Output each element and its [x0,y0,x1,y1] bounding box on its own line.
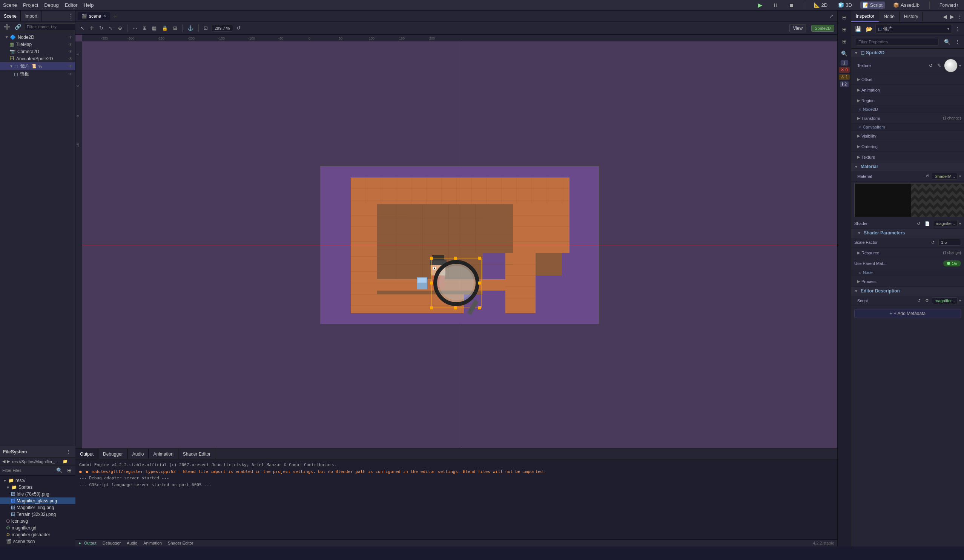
file-item-magnifier-gd[interactable]: ⚙ magnifier.gd [0,524,75,531]
file-item-magnifier-gdshader[interactable]: ⚙ magnifier.gdshader [0,531,75,538]
filter-properties-input[interactable] [856,38,939,45]
scale-tool[interactable]: ⤡ [107,24,115,32]
scene-options-button[interactable]: ⋮ [67,13,75,20]
tree-node-jinpian[interactable]: ▼ ◻ 镜片 📜 % 👁 [0,62,75,70]
tree-node-camera2d[interactable]: 📷 Camera2D 👁 [0,48,75,55]
tab-scene[interactable]: Scene [0,11,21,21]
inspector-save-icon[interactable]: 📂 [865,25,874,33]
tab-output[interactable]: Output [75,449,98,459]
menu-editor[interactable]: Editor [65,2,78,8]
transform-row[interactable]: ▶ Transform (1 change) [851,113,964,123]
add-metadata-button[interactable]: + + Add Metadata [854,309,961,318]
tab-import[interactable]: Import [21,11,41,21]
forward-plus-button[interactable]: Forward+ [937,2,961,9]
menu-help[interactable]: Help [84,2,94,8]
ordering-row[interactable]: ▶ Ordering [851,141,964,152]
tree-node-tilemap[interactable]: ▦ TileMap 👁 [0,41,75,48]
resource-row[interactable]: ▶ Resource (1 change) [851,248,964,258]
visibility-icon-animated[interactable]: 👁 [68,56,73,62]
zoom-fit-button[interactable]: ⊡ [202,24,210,32]
visibility-row[interactable]: ▶ Visibility [851,131,964,141]
filter-properties-search-icon[interactable]: 🔍 [943,38,952,45]
node-selector[interactable]: ◻ 镜片 ▾ [875,24,952,34]
menu-project[interactable]: Project [23,2,38,8]
process-row[interactable]: ▶ Process [851,276,964,287]
tab-animation[interactable]: Animation [148,449,178,459]
script-edit-btn[interactable]: ⚙ [924,297,930,304]
sprite2d-section[interactable]: ▼ ◻ Sprite2D [851,49,964,57]
shader-params-section[interactable]: ▼ Shader Parameters [851,229,964,237]
filesystem-layout-btn[interactable]: ⊞ [66,467,73,474]
file-item-res[interactable]: ▼ 📁 res:// [0,477,75,484]
file-item-sprites[interactable]: ▼ 📁 Sprites [0,484,75,491]
stop-button[interactable]: ⏹ [787,2,796,9]
expand-button[interactable]: ⤢ [827,13,835,20]
grid-tool[interactable]: ▦ [150,24,158,32]
visibility-icon[interactable]: 👁 [68,35,73,40]
offset-row[interactable]: ▶ Offset [851,74,964,85]
canvas-item-subsection[interactable]: ○ CanvasItem [851,123,964,131]
rotate-tool[interactable]: ↻ [97,24,105,32]
close-tab-icon[interactable]: ✕ [103,13,106,18]
inspector-options-btn[interactable]: ⋮ [956,13,964,20]
mode-3d-button[interactable]: 🧊 3D [836,2,854,9]
mode-2d-button[interactable]: 📐 2D [812,2,830,9]
material-reset-btn[interactable]: ↺ [924,173,930,179]
select-tool[interactable]: ↖ [78,24,86,32]
file-item-terrain[interactable]: 🖼 Terrain (32x32).png [0,511,75,518]
filter-search-icon[interactable]: 🔍 [55,467,64,474]
assetlib-button[interactable]: 📦 AssetLib [891,2,922,9]
node2d-subsection[interactable]: ○ Node2D [851,106,964,113]
texture-reset-btn[interactable]: ↺ [927,62,934,69]
add-instance-button[interactable]: 🔗 [13,23,23,31]
shader-edit-btn[interactable]: 📄 [923,221,931,227]
add-tab-button[interactable]: + [112,13,118,19]
tree-node-jinkuang[interactable]: ◻ 镜框 👁 [0,70,75,78]
search-icon-btn[interactable]: 🔍 [839,48,850,59]
scene-filter-input[interactable] [24,23,81,30]
visibility-icon-jinkuang[interactable]: 👁 [68,71,73,77]
menu-debug[interactable]: Debug [44,2,59,8]
anchor-tool[interactable]: ⚓ [186,24,195,32]
view-button[interactable]: View [790,24,806,32]
visibility-icon-tilemap[interactable]: 👁 [68,42,73,47]
editor-tab-scene[interactable]: 🎬 scene ✕ [78,12,110,20]
inspector-more-btn[interactable]: ⋮ [953,25,962,33]
inspector-back-btn[interactable]: ◀ [941,13,949,20]
script-reset-btn[interactable]: ↺ [916,297,922,304]
on-toggle[interactable]: On [943,260,961,266]
tab-inspector[interactable]: Inspector [851,11,879,22]
inspector-obj-icon[interactable]: 💾 [853,25,863,33]
node-subsection[interactable]: ○ Node [851,269,964,276]
filter-properties-options-icon[interactable]: ⋮ [953,38,962,45]
tree-node-node2d[interactable]: ▼ 🔷 Node2D 👁 [0,34,75,41]
filesystem-options[interactable]: ⋮ [64,448,72,456]
zoom-reset-button[interactable]: ↺ [234,24,243,32]
more-tools[interactable]: ⋯ [130,24,139,32]
tab-history[interactable]: History [899,12,923,21]
move-tool[interactable]: ✛ [88,24,96,32]
file-item-idle[interactable]: 🖼 Idle (78x58).png [0,491,75,497]
snap-tool[interactable]: ⊞ [141,24,148,32]
region-row[interactable]: ▶ Region [851,95,964,106]
script-button[interactable]: 📝 Script [860,2,885,9]
inspector-forward-btn[interactable]: ▶ [949,13,956,20]
file-item-scene-tscn[interactable]: 🎬 scene.tscn [0,538,75,545]
texture-section-row[interactable]: ▶ Texture [851,152,964,162]
pivot-tool[interactable]: ⊕ [116,24,124,32]
visibility-icon-camera[interactable]: 👁 [68,49,73,54]
filter-icon-btn[interactable]: ⊞ [839,36,850,47]
pause-button[interactable]: ⏸ [770,2,780,9]
menu-scene[interactable]: Scene [3,2,17,8]
breadcrumb-back[interactable]: ◀ [2,459,5,464]
scale-factor-reset-btn[interactable]: ↺ [930,239,936,246]
editor-description-section[interactable]: ▼ Editor Description [851,287,964,295]
group-tool[interactable]: ⊞ [171,24,179,32]
play-button[interactable]: ▶ [756,1,764,10]
file-item-magnifier-glass[interactable]: 🖼 Magnifier_glass.png [0,497,75,504]
animation-row[interactable]: ▶ Animation [851,85,964,95]
lock-tool[interactable]: 🔒 [160,24,170,32]
file-item-magnifier-ring[interactable]: 🖼 Magnifier_ring.png [0,504,75,511]
texture-edit-btn[interactable]: ✎ [936,62,943,69]
visibility-icon-jinpian[interactable]: 👁 [68,64,73,69]
